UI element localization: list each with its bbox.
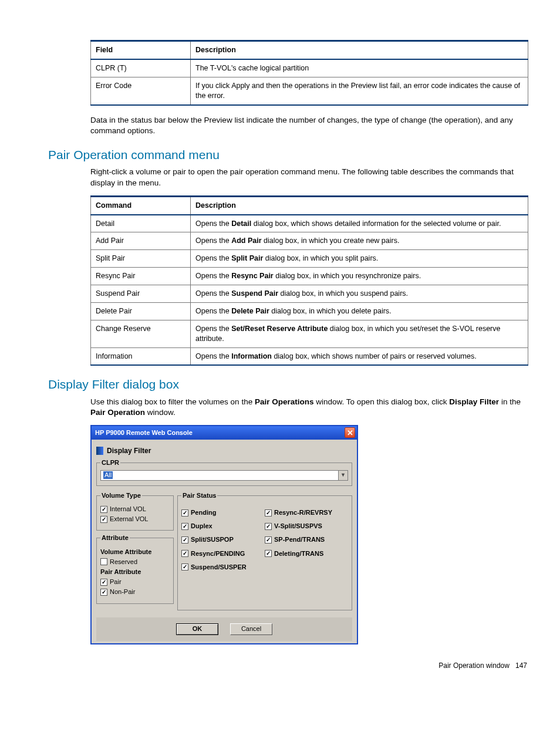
table-row: InformationOpens the Information dialog … bbox=[91, 347, 528, 365]
pair-status-label: Suspend/SUSPER bbox=[191, 563, 247, 571]
clpr-selected-value: All bbox=[103, 471, 113, 479]
table-row: CLPR (T) The T-VOL's cache logical parti… bbox=[91, 59, 528, 77]
section2-intro: Use this dialog box to filter the volume… bbox=[90, 397, 528, 418]
table-row: DetailOpens the Detail dialog box, which… bbox=[91, 215, 528, 232]
pair-attribute-label: Pair Attribute bbox=[100, 568, 170, 576]
pair-status-checkbox[interactable] bbox=[181, 523, 188, 530]
cell-desc: Opens the Resync Pair dialog box, in whi… bbox=[191, 268, 528, 285]
cell-desc: Opens the Set/Reset Reserve Attribute di… bbox=[191, 320, 528, 347]
command-desc-table: Command Description DetailOpens the Deta… bbox=[90, 195, 528, 366]
cell-desc: Opens the Detail dialog box, which shows… bbox=[191, 215, 528, 232]
th-desc: Description bbox=[191, 41, 528, 59]
external-vol-label: External VOL bbox=[110, 515, 148, 523]
footer-page-number: 147 bbox=[515, 661, 527, 670]
cell-field: CLPR (T) bbox=[91, 59, 191, 77]
cell-desc: Opens the Delete Pair dialog box, in whi… bbox=[191, 302, 528, 320]
dialog-title: HP P9000 Remote Web Console bbox=[95, 429, 193, 437]
internal-vol-checkbox[interactable] bbox=[100, 506, 107, 513]
section-heading-display-filter: Display Filter dialog box bbox=[32, 376, 528, 393]
table-row: Error Code If you click Apply and then t… bbox=[91, 77, 528, 104]
pair-status-label: Resync/PENDING bbox=[191, 550, 245, 558]
cell-command: Detail bbox=[91, 215, 191, 232]
pair-status-label: Resync-R/REVRSY bbox=[274, 509, 332, 517]
pair-status-checkbox[interactable] bbox=[265, 509, 272, 517]
attribute-legend: Attribute bbox=[100, 534, 130, 542]
pair-checkbox[interactable] bbox=[100, 579, 107, 586]
cell-command: Delete Pair bbox=[91, 302, 191, 320]
pair-status-label: SP-Pend/TRANS bbox=[274, 536, 325, 544]
pair-status-checkbox[interactable] bbox=[181, 550, 188, 557]
pair-status-label: Split/SUSPOP bbox=[191, 536, 234, 544]
pair-status-label: Pending bbox=[191, 509, 216, 517]
nonpair-checkbox[interactable] bbox=[100, 589, 107, 596]
volume-type-group: Volume Type Internal VOL External VOL bbox=[96, 492, 174, 531]
section-heading-pair-operation-menu: Pair Operation command menu bbox=[32, 147, 528, 163]
table-row: Split PairOpens the Split Pair dialog bo… bbox=[91, 250, 528, 268]
pair-status-checkbox[interactable] bbox=[265, 523, 272, 530]
close-icon[interactable]: ✕ bbox=[345, 427, 355, 438]
pair-status-checkbox[interactable] bbox=[265, 536, 272, 544]
cell-command: Change Reserve bbox=[91, 320, 191, 347]
display-filter-dialog: HP P9000 Remote Web Console ✕ Display Fi… bbox=[90, 425, 358, 644]
cell-command: Information bbox=[91, 347, 191, 365]
status-bar-note: Data in the status bar below the Preview… bbox=[90, 115, 528, 136]
dialog-titlebar: HP P9000 Remote Web Console ✕ bbox=[92, 426, 357, 440]
chevron-down-icon: ▼ bbox=[338, 471, 348, 480]
pair-status-checkbox[interactable] bbox=[181, 536, 188, 544]
th-desc: Description bbox=[191, 196, 528, 214]
pair-status-legend: Pair Status bbox=[181, 492, 217, 499]
footer-label: Pair Operation window bbox=[438, 661, 510, 670]
table-row: Add PairOpens the Add Pair dialog box, i… bbox=[91, 232, 528, 250]
cancel-button[interactable]: Cancel bbox=[230, 623, 272, 635]
table-row: Suspend PairOpens the Suspend Pair dialo… bbox=[91, 285, 528, 303]
table-row: Change ReserveOpens the Set/Reset Reserv… bbox=[91, 320, 528, 347]
cell-desc: If you click Apply and then the operatio… bbox=[191, 77, 528, 104]
th-field: Field bbox=[91, 41, 191, 59]
section1-intro: Right-click a volume or pair to open the… bbox=[90, 167, 528, 188]
clpr-select[interactable]: All ▼ bbox=[100, 470, 348, 481]
table-row: Delete PairOpens the Delete Pair dialog … bbox=[91, 302, 528, 320]
tab-marker-icon bbox=[96, 447, 103, 455]
cell-desc: Opens the Split Pair dialog box, in whic… bbox=[191, 250, 528, 268]
pair-status-label: Deleting/TRANS bbox=[274, 550, 323, 558]
cell-command: Add Pair bbox=[91, 232, 191, 250]
dialog-tab-label: Display Filter bbox=[107, 447, 151, 455]
cell-desc: The T-VOL's cache logical partition bbox=[191, 59, 528, 77]
clpr-group: CLPR All ▼ bbox=[96, 459, 352, 486]
pair-status-checkbox[interactable] bbox=[181, 563, 188, 571]
ok-button[interactable]: OK bbox=[176, 623, 218, 635]
cell-desc: Opens the Add Pair dialog box, in which … bbox=[191, 232, 528, 250]
pair-status-checkbox[interactable] bbox=[265, 550, 272, 557]
th-command: Command bbox=[91, 196, 191, 214]
pair-status-group: Pair Status PendingDuplexSplit/SUSPOPRes… bbox=[177, 492, 352, 610]
pair-label: Pair bbox=[110, 578, 122, 586]
dialog-button-bar: OK Cancel bbox=[96, 617, 352, 641]
cell-desc: Opens the Suspend Pair dialog box, in wh… bbox=[191, 285, 528, 303]
table-row: Resync PairOpens the Resync Pair dialog … bbox=[91, 268, 528, 285]
pair-status-label: V-Split/SUSPVS bbox=[274, 522, 322, 530]
reserved-label: Reserved bbox=[110, 558, 137, 566]
cell-field: Error Code bbox=[91, 77, 191, 104]
page-footer: Pair Operation window 147 bbox=[32, 661, 528, 670]
clpr-legend: CLPR bbox=[100, 459, 120, 467]
external-vol-checkbox[interactable] bbox=[100, 516, 107, 523]
nonpair-label: Non-Pair bbox=[110, 588, 135, 596]
cell-desc: Opens the Information dialog box, which … bbox=[191, 347, 528, 365]
attribute-group: Attribute Volume Attribute Reserved Pair… bbox=[96, 534, 174, 603]
cell-command: Split Pair bbox=[91, 250, 191, 268]
volume-attribute-label: Volume Attribute bbox=[100, 548, 170, 556]
volume-type-legend: Volume Type bbox=[100, 492, 142, 499]
pair-status-label: Duplex bbox=[191, 522, 212, 530]
cell-command: Resync Pair bbox=[91, 268, 191, 285]
internal-vol-label: Internal VOL bbox=[110, 505, 146, 513]
dialog-tab-header: Display Filter bbox=[96, 447, 352, 455]
cell-command: Suspend Pair bbox=[91, 285, 191, 303]
field-desc-table: Field Description CLPR (T) The T-VOL's c… bbox=[90, 40, 528, 106]
reserved-checkbox[interactable] bbox=[100, 558, 107, 565]
pair-status-checkbox[interactable] bbox=[181, 509, 188, 517]
